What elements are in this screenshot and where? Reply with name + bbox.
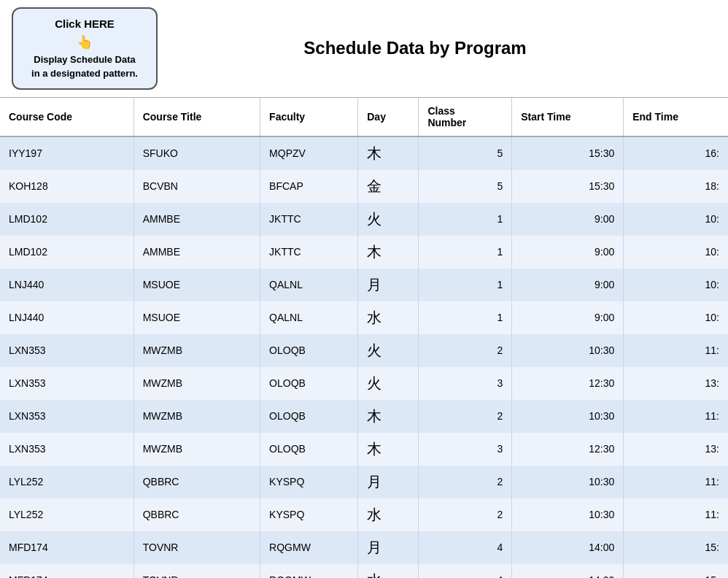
cell-course_title: QBBRC bbox=[133, 498, 260, 531]
table-row: IYY197SFUKOMQPZV木515:3016: bbox=[0, 136, 728, 170]
cell-day: 月 bbox=[358, 466, 419, 498]
cell-faculty: RQGMW bbox=[260, 531, 358, 564]
cell-class_number: 2 bbox=[419, 466, 512, 498]
cell-day: 木 bbox=[358, 400, 419, 433]
cell-faculty: KYSPQ bbox=[260, 466, 358, 498]
col-header-start-time: Start Time bbox=[512, 98, 624, 136]
cell-course_title: BCVBN bbox=[133, 170, 260, 203]
schedule-table: Course Code Course Title Faculty Day Cla… bbox=[0, 98, 728, 579]
col-header-faculty: Faculty bbox=[260, 98, 358, 136]
table-header-row: Course Code Course Title Faculty Day Cla… bbox=[0, 98, 728, 136]
cell-course_code: IYY197 bbox=[0, 136, 133, 170]
table-row: LXN353MWZMBOLOQB木312:3013: bbox=[0, 433, 728, 466]
cell-start_time: 10:30 bbox=[512, 498, 624, 531]
cell-class_number: 5 bbox=[419, 136, 512, 170]
page-title: Schedule Data by Program bbox=[158, 38, 716, 58]
cell-class_number: 1 bbox=[419, 301, 512, 334]
table-row: LXN353MWZMBOLOQB木210:3011: bbox=[0, 400, 728, 433]
cell-end_time: 13: bbox=[624, 433, 728, 466]
col-header-course-title: Course Title bbox=[133, 98, 260, 136]
cell-course_title: MSUOE bbox=[133, 269, 260, 301]
cell-course_code: LYL252 bbox=[0, 498, 133, 531]
cell-course_title: AMMBE bbox=[133, 203, 260, 236]
cell-day: 水 bbox=[358, 564, 419, 579]
cell-start_time: 10:30 bbox=[512, 334, 624, 367]
cell-faculty: OLOQB bbox=[260, 367, 358, 400]
cell-faculty: QALNL bbox=[260, 269, 358, 301]
cell-start_time: 9:00 bbox=[512, 301, 624, 334]
cell-class_number: 4 bbox=[419, 564, 512, 579]
cell-course_code: LMD102 bbox=[0, 203, 133, 236]
cell-course_code: LNJ440 bbox=[0, 269, 133, 301]
col-header-end-time: End Time bbox=[624, 98, 728, 136]
cell-course_code: LXN353 bbox=[0, 433, 133, 466]
button-main-label: Click HERE bbox=[26, 16, 143, 33]
cell-start_time: 9:00 bbox=[512, 236, 624, 269]
cell-start_time: 12:30 bbox=[512, 433, 624, 466]
cell-course_code: LXN353 bbox=[0, 334, 133, 367]
cell-class_number: 2 bbox=[419, 334, 512, 367]
cell-start_time: 14:00 bbox=[512, 564, 624, 579]
cell-start_time: 15:30 bbox=[512, 170, 624, 203]
table-row: LNJ440MSUOEQALNL月19:0010: bbox=[0, 269, 728, 301]
cell-day: 水 bbox=[358, 498, 419, 531]
table-row: LXN353MWZMBOLOQB火312:3013: bbox=[0, 367, 728, 400]
table-row: MFD174TOVNRRQGMW水414:0015: bbox=[0, 564, 728, 579]
cell-faculty: QALNL bbox=[260, 301, 358, 334]
cell-course_title: QBBRC bbox=[133, 466, 260, 498]
cell-course_title: MSUOE bbox=[133, 301, 260, 334]
cell-start_time: 15:30 bbox=[512, 136, 624, 170]
cell-faculty: JKTTC bbox=[260, 203, 358, 236]
table-row: LYL252QBBRCKYSPQ水210:3011: bbox=[0, 498, 728, 531]
cell-day: 月 bbox=[358, 269, 419, 301]
cell-day: 木 bbox=[358, 136, 419, 170]
cell-end_time: 15: bbox=[624, 531, 728, 564]
cell-day: 火 bbox=[358, 203, 419, 236]
cell-end_time: 11: bbox=[624, 498, 728, 531]
cell-end_time: 18: bbox=[624, 170, 728, 203]
cell-class_number: 3 bbox=[419, 433, 512, 466]
cell-end_time: 15: bbox=[624, 564, 728, 579]
cell-end_time: 11: bbox=[624, 466, 728, 498]
cell-day: 金 bbox=[358, 170, 419, 203]
cell-end_time: 10: bbox=[624, 203, 728, 236]
table-row: MFD174TOVNRRQGMW月414:0015: bbox=[0, 531, 728, 564]
cell-course_code: LXN353 bbox=[0, 367, 133, 400]
cell-day: 水 bbox=[358, 301, 419, 334]
button-sub-label1: Display Schedule Data bbox=[26, 53, 143, 67]
cell-faculty: KYSPQ bbox=[260, 498, 358, 531]
cell-class_number: 2 bbox=[419, 400, 512, 433]
cell-day: 火 bbox=[358, 334, 419, 367]
cell-class_number: 1 bbox=[419, 236, 512, 269]
cell-course_code: MFD174 bbox=[0, 564, 133, 579]
table-row: LMD102AMMBEJKTTC木19:0010: bbox=[0, 236, 728, 269]
cell-class_number: 3 bbox=[419, 367, 512, 400]
display-schedule-button[interactable]: Click HERE 👆 Display Schedule Data in a … bbox=[12, 7, 158, 90]
col-header-course-code: Course Code bbox=[0, 98, 133, 136]
cell-start_time: 14:00 bbox=[512, 531, 624, 564]
cell-start_time: 9:00 bbox=[512, 203, 624, 236]
cell-course_title: SFUKO bbox=[133, 136, 260, 170]
cell-course_code: LXN353 bbox=[0, 400, 133, 433]
cell-end_time: 10: bbox=[624, 236, 728, 269]
cell-class_number: 2 bbox=[419, 498, 512, 531]
cell-class_number: 5 bbox=[419, 170, 512, 203]
cell-course_title: MWZMB bbox=[133, 334, 260, 367]
cell-course_code: LMD102 bbox=[0, 236, 133, 269]
cell-end_time: 11: bbox=[624, 334, 728, 367]
col-header-class-number: ClassNumber bbox=[419, 98, 512, 136]
cell-faculty: BFCAP bbox=[260, 170, 358, 203]
cell-course_title: MWZMB bbox=[133, 400, 260, 433]
cell-course_title: MWZMB bbox=[133, 433, 260, 466]
cell-end_time: 10: bbox=[624, 301, 728, 334]
cell-course_title: MWZMB bbox=[133, 367, 260, 400]
cell-day: 木 bbox=[358, 433, 419, 466]
cell-course_code: KOH128 bbox=[0, 170, 133, 203]
table-row: LYL252QBBRCKYSPQ月210:3011: bbox=[0, 466, 728, 498]
cell-faculty: OLOQB bbox=[260, 334, 358, 367]
cell-faculty: OLOQB bbox=[260, 400, 358, 433]
cell-faculty: MQPZV bbox=[260, 136, 358, 170]
cell-course_title: AMMBE bbox=[133, 236, 260, 269]
cell-course_title: TOVNR bbox=[133, 531, 260, 564]
cell-end_time: 16: bbox=[624, 136, 728, 170]
